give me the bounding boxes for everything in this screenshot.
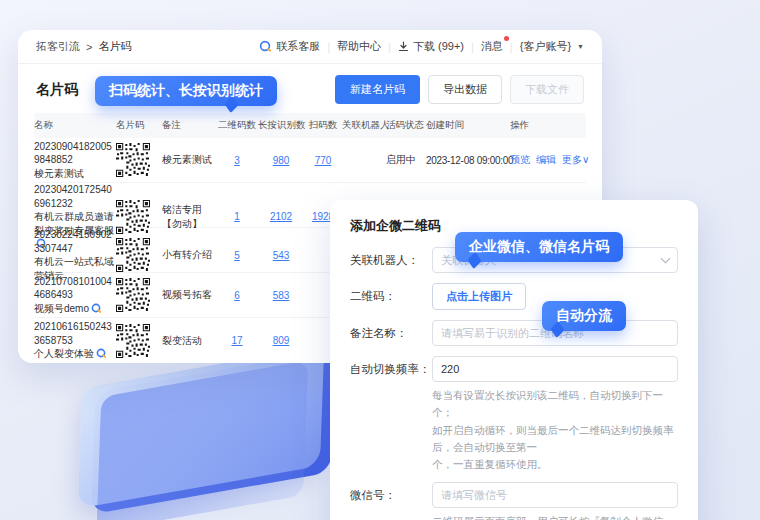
wechat-help-text: 二维码展示页面底部，用户可长按『复制个人微信号』，添加客服为好友； 关联机器人使…: [432, 513, 678, 520]
table-header-row: 名称 名片码 备注 二维码数 长按识别数 扫码数 关联机器人 活码状态 创建时间…: [34, 113, 586, 138]
col-header-created: 创建时间: [426, 119, 508, 132]
chevron-down-icon: ▼: [577, 43, 584, 50]
note-cell: 视频号拓客: [162, 288, 216, 302]
qr-code-image: [116, 278, 150, 312]
press-count-link[interactable]: 980: [258, 155, 304, 166]
status-cell: 启用中: [386, 153, 424, 167]
wechat-field-label: 微信号：: [350, 482, 432, 520]
contact-support-link[interactable]: 联系客服: [259, 39, 320, 54]
card-name: 视频号demo: [34, 303, 89, 314]
divider: |: [388, 41, 391, 53]
breadcrumb-separator: >: [86, 41, 92, 53]
brand-logo-icon: [91, 303, 101, 313]
auto-split-callout: 自动分流: [542, 301, 626, 331]
qr-count-link[interactable]: 3: [218, 155, 256, 166]
card-id: 202106161502433658753: [34, 321, 112, 346]
card-id: 202107081010044686493: [34, 276, 112, 301]
note-cell: 梭元素测试: [162, 153, 216, 167]
decorative-tablet: [78, 345, 324, 508]
help-center-link[interactable]: 帮助中心: [337, 39, 381, 54]
qr-count-link[interactable]: 17: [218, 335, 256, 346]
export-data-button[interactable]: 导出数据: [428, 75, 502, 104]
qrcode-field-label: 二维码：: [350, 283, 432, 310]
wechat-card-callout: 企业微信、微信名片码: [455, 232, 623, 262]
col-header-name: 名称: [34, 119, 114, 132]
press-count-link[interactable]: 583: [258, 290, 304, 301]
top-links: 联系客服 | 帮助中心 | 下载 (99+) | 消息 |: [259, 39, 584, 54]
note-cell: 裂变活动: [162, 334, 216, 348]
qr-count-link[interactable]: 6: [218, 290, 256, 301]
press-count-link[interactable]: 809: [258, 335, 304, 346]
table-row: 202309041820059848852梭元素测试 梭元素测试 3 980 7…: [34, 138, 586, 183]
chevron-down-icon: [661, 253, 671, 263]
page-title: 名片码: [36, 81, 78, 99]
messages-link[interactable]: 消息: [481, 39, 503, 54]
divider: |: [327, 41, 330, 53]
switch-frequency-input[interactable]: [432, 356, 678, 382]
more-link[interactable]: 更多∨: [562, 153, 589, 167]
press-count-link[interactable]: 543: [258, 250, 304, 261]
chat-icon: [259, 40, 272, 53]
col-header-robot: 关联机器人: [342, 119, 384, 132]
breadcrumb-current: 名片码: [98, 39, 131, 54]
card-name: 梭元素测试: [34, 168, 84, 179]
divider: |: [510, 41, 513, 53]
breadcrumb-root[interactable]: 拓客引流: [36, 39, 80, 54]
top-bar: 拓客引流 > 名片码 联系客服 | 帮助中心 |: [18, 30, 602, 64]
note-cell: 小有转介绍: [162, 248, 216, 262]
notification-dot: [504, 36, 509, 41]
col-header-status: 活码状态: [386, 119, 424, 132]
col-header-press: 长按识别数: [258, 119, 304, 132]
frequency-field-label: 自动切换频率：: [350, 356, 432, 474]
brand-logo-icon: [96, 348, 106, 358]
col-header-scan: 扫码数: [306, 119, 340, 132]
wechat-id-input[interactable]: [432, 482, 678, 508]
qr-code-image: [116, 324, 150, 358]
edit-link[interactable]: 编辑: [536, 153, 556, 167]
frequency-help-text: 每当有设置次长按识别该二维码，自动切换到下一个； 如开启自动循环，则当最后一个二…: [432, 387, 678, 474]
download-file-button: 下载文件: [510, 75, 584, 104]
col-header-qrcount: 二维码数: [218, 119, 256, 132]
scan-count-link[interactable]: 770: [306, 155, 340, 166]
col-header-qr: 名片码: [116, 119, 160, 132]
qr-code-image: [116, 143, 150, 177]
qr-code-image: [116, 200, 150, 234]
note-field-label: 备注名称：: [350, 320, 432, 346]
press-count-link[interactable]: 2102: [258, 211, 304, 222]
breadcrumb: 拓客引流 > 名片码: [36, 39, 131, 54]
download-link[interactable]: 下载 (99+): [398, 39, 464, 54]
create-card-button[interactable]: 新建名片码: [335, 75, 420, 104]
qr-code-image: [116, 238, 150, 272]
col-header-actions: 操作: [510, 119, 586, 132]
download-icon: [398, 41, 409, 52]
qr-count-link[interactable]: 5: [218, 250, 256, 261]
card-id: 202304201725406961232: [34, 184, 112, 209]
divider: |: [471, 41, 474, 53]
note-cell: 铭洁专用【勿动】: [162, 203, 216, 231]
robot-field-label: 关联机器人：: [350, 247, 432, 273]
qr-count-link[interactable]: 1: [218, 211, 256, 222]
card-name: 个人裂变体验: [34, 348, 94, 359]
upload-image-button[interactable]: 点击上传图片: [432, 283, 526, 310]
page: 拓客引流 > 名片码 联系客服 | 帮助中心 |: [0, 0, 760, 520]
preview-link[interactable]: 预览: [510, 153, 530, 167]
card-id: 202302241509023307447: [34, 229, 112, 254]
stats-callout: 扫码统计、长按识别统计: [95, 76, 277, 106]
created-cell: 2023-12-08 09:00:00: [426, 155, 508, 166]
card-id: 202309041820059848852: [34, 141, 112, 166]
col-header-note: 备注: [162, 119, 216, 132]
account-menu[interactable]: {客户账号} ▼: [520, 39, 584, 54]
